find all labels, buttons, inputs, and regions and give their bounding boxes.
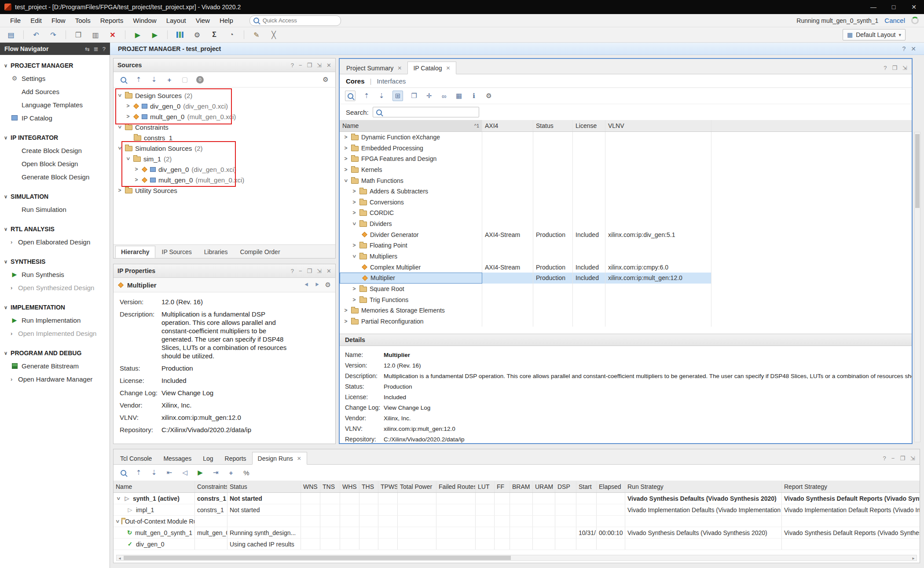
search-icon[interactable] xyxy=(119,469,127,477)
tab-messages[interactable]: Messages xyxy=(158,452,197,465)
expander-icon[interactable] xyxy=(343,318,348,324)
horizontal-scrollbar[interactable]: ◂ ▸ xyxy=(116,555,917,561)
catalog-row[interactable]: Conversions xyxy=(340,197,912,208)
cancel-link[interactable]: Cancel xyxy=(884,17,905,24)
sidebar-item-open-synthesized-design[interactable]: ›Open Synthesized Design xyxy=(0,281,110,294)
name-cell[interactable]: Multipliers xyxy=(340,251,482,262)
tree-row-utility-sources[interactable]: Utility Sources xyxy=(114,185,335,196)
expander-icon[interactable] xyxy=(125,103,131,109)
close-icon[interactable]: ✕ xyxy=(397,65,402,71)
expander-icon[interactable] xyxy=(352,286,357,292)
sidebar-item-ip-catalog[interactable]: IP Catalog xyxy=(0,111,110,124)
minimize-icon[interactable]: − xyxy=(299,268,302,274)
detail-change-log-link[interactable]: View Change Log xyxy=(384,404,430,411)
run-row-synth-1[interactable]: ▷synth_1 (active) constrs_1 Not started … xyxy=(114,493,920,504)
sidebar-item-open-hardware-manager[interactable]: ›Open Hardware Manager xyxy=(0,372,110,386)
tab-reports[interactable]: Reports xyxy=(219,452,252,465)
expander-icon[interactable] xyxy=(134,177,139,183)
chevron-right-icon[interactable]: › xyxy=(11,330,15,337)
expand-all-icon[interactable]: ⇣ xyxy=(150,469,158,477)
chevron-right-icon[interactable]: › xyxy=(11,284,15,291)
expander-icon[interactable] xyxy=(343,307,348,313)
expander-icon[interactable] xyxy=(117,124,123,130)
sidebar-item-open-implemented-design[interactable]: ›Open Implemented Design xyxy=(0,327,110,340)
status-link[interactable]: Production xyxy=(161,364,287,372)
menu-reports[interactable]: Reports xyxy=(95,15,128,26)
collapse-all-icon[interactable]: ⇡ xyxy=(135,76,143,84)
chevron-right-icon[interactable]: › xyxy=(11,376,15,382)
tree-row-design-sources[interactable]: Design Sources (2) xyxy=(114,90,335,101)
catalog-row[interactable]: Square Root xyxy=(340,284,912,295)
scroll-right-icon[interactable]: ▸ xyxy=(910,555,917,561)
help-icon[interactable]: ? xyxy=(884,65,887,71)
name-cell[interactable]: ▷synth_1 (active) xyxy=(114,493,195,504)
maximize-icon[interactable]: ⇲ xyxy=(910,455,915,462)
help-icon[interactable]: ? xyxy=(883,455,886,462)
menu-view[interactable]: View xyxy=(191,15,215,26)
subtab-cores[interactable]: Cores xyxy=(346,77,365,85)
column-header[interactable]: FF xyxy=(495,481,510,492)
sidebar-item-generate-bitstream[interactable]: Generate Bitstream xyxy=(0,359,110,372)
catalog-row[interactable]: Kernels xyxy=(340,164,912,175)
name-cell[interactable]: Complex Multiplier xyxy=(340,262,482,273)
scrollbar-thumb[interactable] xyxy=(124,556,511,560)
name-cell[interactable]: Trig Functions xyxy=(340,294,482,305)
expander-icon[interactable] xyxy=(117,146,123,151)
name-cell[interactable]: Multiplier xyxy=(340,273,482,284)
name-cell[interactable]: ✓div_gen_0 xyxy=(114,539,195,550)
help-icon[interactable]: ? xyxy=(902,45,906,52)
expander-icon[interactable] xyxy=(125,156,131,161)
minimize-icon[interactable]: — xyxy=(863,0,884,14)
tab-design-runs[interactable]: Design Runs✕ xyxy=(252,452,307,465)
name-cell[interactable]: FPGA Features and Design xyxy=(340,153,482,164)
maximize-icon[interactable]: □ xyxy=(884,0,904,14)
name-cell[interactable]: Adders & Subtracters xyxy=(340,186,482,197)
collapse-all-icon[interactable]: ⇡ xyxy=(135,469,143,477)
create-run-icon[interactable]: + xyxy=(227,469,235,477)
menu-icon[interactable]: ≣ xyxy=(94,46,99,52)
detail-status-link[interactable]: Production xyxy=(384,383,412,390)
swap-icon[interactable]: ⇆ xyxy=(85,46,90,52)
name-cell[interactable]: Out-of-Context Module Runs xyxy=(114,516,195,527)
gear-icon[interactable]: ⚙ xyxy=(192,30,202,40)
name-cell[interactable]: ↻mult_gen_0_synth_1 xyxy=(114,527,195,538)
tree-row-constrs-1[interactable]: constrs_1 xyxy=(114,132,335,143)
chevron-down-icon[interactable]: ∨ xyxy=(4,305,7,310)
expander-icon[interactable] xyxy=(117,93,123,98)
name-cell[interactable]: Floating Point xyxy=(340,240,482,251)
catalog-row-complex-multiplier[interactable]: Complex Multiplier AXI4-Stream Productio… xyxy=(340,262,912,273)
catalog-row-multiplier-selected[interactable]: Multiplier Production Included xilinx.co… xyxy=(340,273,912,284)
column-header[interactable]: Failed Routes xyxy=(436,481,476,492)
column-header[interactable]: Start xyxy=(576,481,597,492)
sidebar-item-run-simulation[interactable]: Run Simulation xyxy=(0,203,110,216)
column-header-license[interactable]: License xyxy=(573,120,605,131)
column-header-name[interactable]: Name ^1 xyxy=(340,120,482,131)
expander-icon[interactable] xyxy=(343,145,348,151)
copy-icon[interactable]: ❐ xyxy=(73,30,83,40)
chevron-down-icon[interactable]: ∨ xyxy=(4,194,7,200)
hierarchy-view-icon[interactable]: ⊞ xyxy=(392,91,403,101)
catalog-row[interactable]: Memories & Storage Elements xyxy=(340,305,912,316)
float-icon[interactable]: ❐ xyxy=(900,455,905,462)
close-icon[interactable]: ✕ xyxy=(326,268,331,274)
catalog-row-math-functions[interactable]: Math Functions xyxy=(340,175,912,186)
sidebar-item-open-elaborated-design[interactable]: ›Open Elaborated Design xyxy=(0,235,110,248)
chevron-down-icon[interactable]: ∨ xyxy=(4,135,7,141)
scroll-left-icon[interactable]: ◂ xyxy=(117,555,123,561)
catalog-row-divider-generator[interactable]: Divider Generator AXI4-Stream Production… xyxy=(340,229,912,240)
column-header-axi4[interactable]: AXI4 xyxy=(482,120,533,131)
expander-icon[interactable] xyxy=(343,178,349,183)
link-icon[interactable]: ∞ xyxy=(440,92,448,100)
expander-icon[interactable] xyxy=(343,134,348,140)
expander-icon[interactable] xyxy=(134,166,139,172)
percent-icon[interactable]: % xyxy=(242,469,250,477)
expander-icon[interactable] xyxy=(351,221,357,226)
name-cell[interactable]: Memories & Storage Elements xyxy=(340,305,482,316)
chevron-down-icon[interactable]: ∨ xyxy=(4,63,7,69)
customize-ip-icon[interactable]: ✛ xyxy=(425,92,433,100)
catalog-row[interactable]: Trig Functions xyxy=(340,294,912,305)
sidebar-item-language-templates[interactable]: Language Templates xyxy=(0,98,110,111)
subtab-interfaces[interactable]: Interfaces xyxy=(377,77,406,85)
catalog-row[interactable]: CORDIC xyxy=(340,208,912,218)
expander-icon[interactable] xyxy=(125,113,131,120)
